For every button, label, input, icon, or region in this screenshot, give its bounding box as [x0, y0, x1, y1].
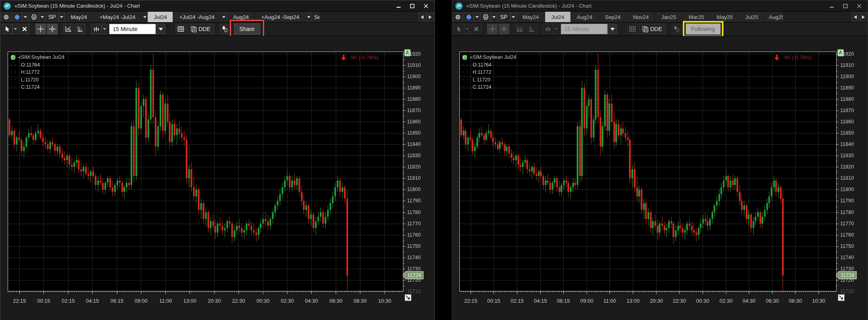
- tab-mar25[interactable]: Mar25: [682, 12, 710, 22]
- tab-jul24aug24[interactable]: +Jul24 -Aug24: [173, 12, 221, 22]
- price-axis-label: 11710: [840, 289, 854, 295]
- dde-button[interactable]: DDE: [187, 24, 214, 34]
- symbol-selector[interactable]: SP: [497, 12, 510, 22]
- price-axis-label: 11780: [840, 210, 854, 216]
- close-button[interactable]: [423, 3, 429, 9]
- time-axis-label: 06:15: [557, 298, 570, 304]
- share-follow-button[interactable]: Following: [686, 23, 721, 35]
- title-bar[interactable]: «SIM:Soybean (15 Minute Candlestick) - J…: [452, 0, 868, 12]
- tabs-scroll-left-button[interactable]: [851, 12, 859, 22]
- tab-aug25[interactable]: Aug25: [765, 12, 783, 22]
- time-axis-label: 11:00: [159, 298, 172, 304]
- bar-type-button[interactable]: [91, 24, 101, 34]
- symbol-caret[interactable]: [510, 12, 517, 22]
- time-axis-label: 00:15: [37, 298, 50, 304]
- tab-sep24[interactable]: Sep24: [599, 12, 627, 22]
- resize-handle[interactable]: [405, 294, 411, 301]
- symbol-caret[interactable]: [59, 12, 65, 22]
- globe-button[interactable]: [463, 12, 474, 22]
- cursor-tool-caret[interactable]: [464, 24, 470, 34]
- bar-type-button[interactable]: [543, 24, 553, 34]
- tab-may24[interactable]: May24: [65, 12, 94, 22]
- tab-caret[interactable]: [306, 12, 312, 22]
- settings-button[interactable]: [1, 12, 11, 22]
- tab-aug24[interactable]: Aug24: [227, 12, 255, 22]
- tab-jul25[interactable]: Jul25: [739, 12, 765, 22]
- print-caret[interactable]: [491, 12, 497, 22]
- tab-aug24[interactable]: Aug24: [571, 12, 599, 22]
- cursor-tool-button[interactable]: [454, 24, 464, 34]
- change-indicator: -90 (-0.76%): [774, 54, 812, 60]
- tab-caret[interactable]: [221, 12, 227, 22]
- globe-caret[interactable]: [22, 12, 28, 22]
- time-axis-label: 04:15: [534, 298, 547, 304]
- symbol-selector[interactable]: SP: [45, 12, 59, 22]
- interval-combobox[interactable]: 15 Minute: [561, 24, 617, 34]
- globe-button[interactable]: [12, 12, 22, 22]
- link-style-button[interactable]: [672, 24, 682, 34]
- interval-combobox[interactable]: 15 Minute: [109, 24, 165, 34]
- tabs-scroll-right-button[interactable]: [860, 12, 867, 22]
- down-arrow-icon: [774, 55, 779, 60]
- tab-jul24[interactable]: Jul24: [148, 12, 173, 22]
- crosshair-tracking-button[interactable]: [499, 24, 509, 34]
- scale-tool-button[interactable]: [515, 24, 525, 34]
- resize-handle[interactable]: [838, 294, 845, 301]
- instrument-color-swatch[interactable]: [11, 55, 15, 60]
- profile-tool-button[interactable]: [527, 24, 537, 34]
- window-title: «SIM:Soybean (15 Minute Candlestick) - J…: [14, 3, 140, 9]
- time-axis-label: 02:15: [62, 298, 75, 304]
- crosshair-tool-button[interactable]: [487, 24, 498, 34]
- tabs-scroll-left-button[interactable]: [418, 12, 426, 22]
- print-button[interactable]: [480, 12, 491, 22]
- bar-type-caret[interactable]: [101, 24, 107, 34]
- crosshair-tracking-button[interactable]: [47, 24, 58, 34]
- close-button[interactable]: [856, 3, 862, 9]
- time-axis-label: 22:15: [464, 298, 477, 304]
- cursor-tool-caret[interactable]: [12, 24, 18, 34]
- candlestick-canvas[interactable]: [459, 52, 841, 295]
- tab-nov24[interactable]: Nov24: [627, 12, 655, 22]
- instrument-color-swatch[interactable]: [463, 55, 467, 60]
- price-axis-label: 11900: [840, 74, 854, 80]
- tab-caret[interactable]: [142, 12, 148, 22]
- delete-tool-button[interactable]: [471, 24, 482, 34]
- print-button[interactable]: [29, 12, 39, 22]
- table-button[interactable]: [176, 24, 186, 34]
- time-axis-label: 09:00: [134, 298, 148, 304]
- minimize-button[interactable]: [396, 3, 401, 9]
- price-axis-label: 11830: [840, 153, 854, 159]
- cursor-tool-button[interactable]: [2, 24, 12, 34]
- tab-may25[interactable]: May25: [711, 12, 740, 22]
- title-bar[interactable]: «SIM:Soybean (15 Minute Candlestick) - J…: [0, 0, 434, 12]
- price-axis-label: 11770: [407, 221, 421, 227]
- time-axis-label: 10:30: [812, 298, 825, 304]
- tab-aug24sep24[interactable]: +Aug24 -Sep24: [255, 12, 306, 22]
- maximize-button[interactable]: [409, 3, 415, 9]
- globe-caret[interactable]: [474, 12, 480, 22]
- interval-caret[interactable]: [608, 24, 617, 34]
- interval-caret[interactable]: [156, 24, 165, 34]
- share-follow-button[interactable]: Share: [234, 23, 260, 35]
- scale-tool-button[interactable]: [63, 24, 74, 34]
- bar-type-caret[interactable]: [553, 24, 559, 34]
- tab-may24jul24[interactable]: +May24 -Jul24: [93, 12, 142, 22]
- minimize-button[interactable]: [829, 3, 835, 9]
- delete-tool-button[interactable]: [19, 24, 30, 34]
- candlestick-canvas[interactable]: [8, 52, 407, 295]
- change-indicator: -90 (-0.76%): [341, 54, 378, 60]
- link-style-button[interactable]: [220, 24, 230, 34]
- time-axis-label: 02:30: [281, 298, 294, 304]
- tab-may24[interactable]: May24: [517, 12, 546, 22]
- crosshair-tool-button[interactable]: [35, 24, 46, 34]
- profile-tool-button[interactable]: [75, 24, 85, 34]
- print-caret[interactable]: [39, 12, 45, 22]
- settings-button[interactable]: [453, 12, 463, 22]
- tabs-scroll-right-button[interactable]: [426, 12, 434, 22]
- tab-jul24[interactable]: Jul24: [545, 12, 570, 22]
- table-button[interactable]: [627, 24, 638, 34]
- tab-jan25[interactable]: Jan25: [655, 12, 683, 22]
- dde-button[interactable]: DDE: [639, 24, 666, 34]
- tab-sep24[interactable]: Sep24: [312, 12, 320, 22]
- maximize-button[interactable]: [843, 3, 848, 9]
